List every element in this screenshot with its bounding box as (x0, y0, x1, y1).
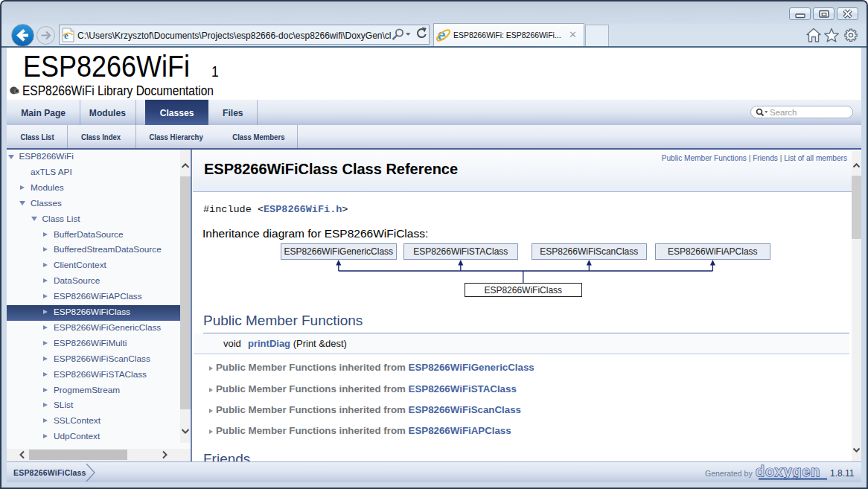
svg-text:doxygen: doxygen (756, 463, 820, 479)
svg-text:e: e (64, 30, 68, 41)
